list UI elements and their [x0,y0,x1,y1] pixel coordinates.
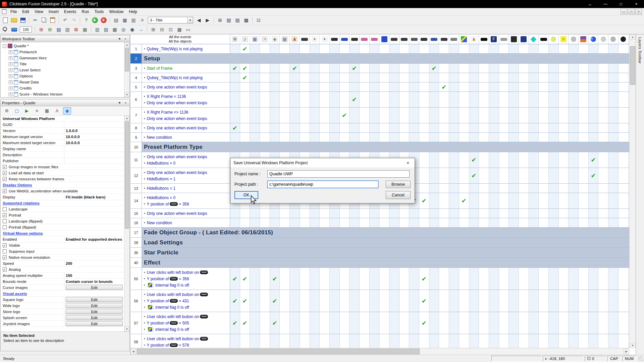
action-cell[interactable] [429,133,439,142]
action-cell[interactable] [310,209,320,218]
action-cell[interactable] [529,312,539,334]
action-cell[interactable] [589,64,599,73]
event-conditions[interactable]: •Only one action when event loops [142,123,230,132]
property-row-wide-logo[interactable]: Wide logoEdit [1,303,124,309]
action-cell[interactable] [270,64,280,73]
action-cell[interactable] [509,44,519,53]
action-cell[interactable] [370,133,380,142]
action-cell[interactable] [300,73,310,82]
menu-events[interactable]: Events [61,8,79,15]
resize-grip[interactable] [638,356,643,361]
action-cell[interactable] [399,268,410,290]
action-cell[interactable] [399,209,410,218]
action-cell[interactable] [499,268,509,290]
object-column-header[interactable]: + [310,35,320,44]
browse-button[interactable]: Browse [386,181,411,188]
action-cell[interactable] [250,312,260,334]
action-cell[interactable] [290,312,300,334]
action-cell[interactable] [250,108,260,123]
action-cell[interactable] [479,209,489,218]
action-cell[interactable] [449,64,459,73]
action-cell[interactable] [619,218,629,227]
action-cell[interactable] [300,82,310,92]
action-cell[interactable] [519,92,529,107]
action-cell[interactable] [579,92,589,107]
action-cell[interactable] [489,290,499,312]
action-cell[interactable] [449,152,459,168]
action-cell[interactable] [320,218,330,227]
action-cell[interactable] [429,152,439,168]
action-cell[interactable] [539,64,549,73]
action-cell[interactable] [569,290,579,312]
action-cell[interactable] [598,108,608,123]
action-cell[interactable] [608,133,619,142]
object-column-header[interactable] [379,35,389,44]
action-cell[interactable] [509,152,519,168]
action-cell[interactable] [479,152,489,168]
action-cell[interactable] [569,209,579,218]
action-cell[interactable] [370,312,380,334]
action-cell[interactable] [579,152,589,168]
action-cell[interactable] [360,218,370,227]
workspace-scrollbar[interactable]: ▲ ▼ [124,42,129,97]
action-cell[interactable] [559,64,569,73]
action-cell[interactable] [409,92,419,107]
action-cell[interactable] [529,73,539,82]
action-cell[interactable] [280,108,290,123]
action-cell[interactable] [539,152,549,168]
project-path-input[interactable] [267,181,378,188]
action-cell[interactable] [589,44,599,53]
action-cell[interactable] [509,218,519,227]
action-cell[interactable] [549,312,559,334]
action-cell[interactable] [598,290,608,312]
action-cell[interactable] [360,64,370,73]
action-cell[interactable] [310,123,320,132]
action-cell[interactable] [230,82,240,92]
action-cell[interactable] [310,108,320,123]
action-cell[interactable] [439,268,449,290]
action-cell[interactable] [619,64,629,73]
object-column-header[interactable] [529,35,539,44]
action-cell[interactable] [439,334,449,348]
action-cell[interactable] [519,312,529,334]
action-cell[interactable] [260,290,270,312]
property-row-keep-resources-between-frames[interactable]: ✓Keep resources between frames [1,176,124,182]
event-conditions[interactable]: •Qubey_Title(Wip) is not playing [142,44,230,53]
action-cell[interactable] [429,312,439,334]
action-cell[interactable] [350,82,360,92]
action-cell[interactable] [509,290,519,312]
action-cell[interactable] [330,92,340,107]
action-cell[interactable] [250,133,260,142]
action-cell[interactable] [429,92,439,107]
action-cell[interactable] [360,73,370,82]
action-cell[interactable] [350,312,360,334]
action-cell[interactable] [439,193,449,208]
action-cell[interactable] [459,312,469,334]
action-cell[interactable] [598,209,608,218]
action-cell[interactable] [379,44,389,53]
action-cell[interactable] [409,218,419,227]
action-cell[interactable] [529,92,539,107]
object-column-header[interactable] [608,35,619,44]
action-cell[interactable] [519,193,529,208]
action-cell[interactable] [250,92,260,107]
action-cell[interactable] [240,334,250,348]
event-conditions[interactable]: •New condition [142,133,230,142]
action-cell[interactable] [330,108,340,123]
object-column-header[interactable] [619,35,629,44]
action-cell[interactable] [439,64,449,73]
tree-item-title[interactable]: +Title [1,61,129,67]
action-cell[interactable] [429,334,439,348]
action-cell[interactable] [509,123,519,132]
action-cell[interactable] [619,123,629,132]
checkbox-checked[interactable]: ✓ [3,189,7,193]
action-cell[interactable] [320,108,330,123]
action-cell[interactable] [350,268,360,290]
action-cell[interactable] [608,64,619,73]
object-column-header[interactable]: ♪ [240,35,250,44]
action-cell[interactable] [529,123,539,132]
action-cell[interactable] [370,268,380,290]
action-cell[interactable] [290,108,300,123]
redo-icon[interactable]: ↷ [70,16,78,24]
action-cell[interactable]: ✔ [419,290,429,312]
